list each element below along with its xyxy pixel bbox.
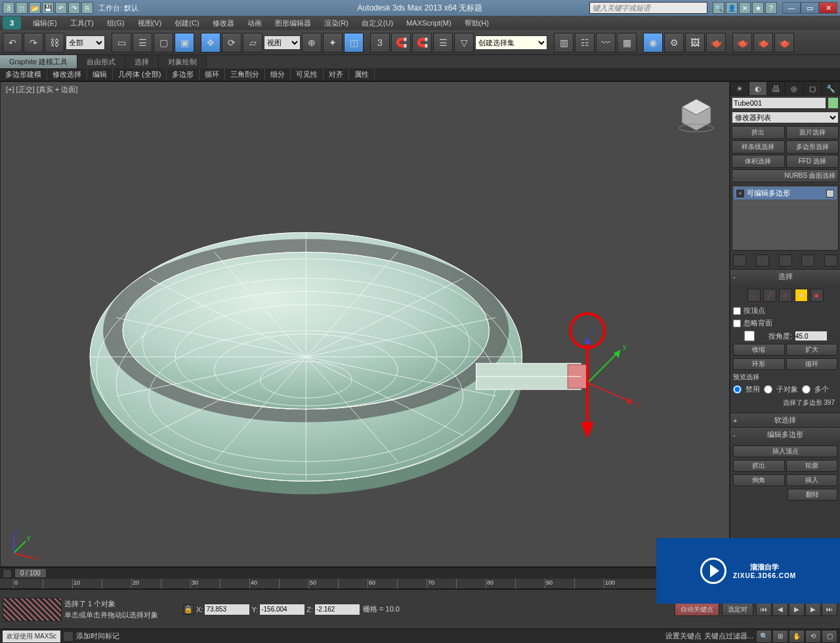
rollout-editpoly-header[interactable]: -编辑多边形 xyxy=(730,428,840,442)
tab-hierarchy[interactable]: 品 xyxy=(767,81,786,96)
object-name-field[interactable] xyxy=(732,97,826,109)
modifier-list[interactable]: 修改器列表 xyxy=(732,112,839,123)
selected-only-button[interactable]: 选定对 xyxy=(722,603,753,616)
workspace-selector[interactable]: 工作台: 默认 xyxy=(98,3,138,13)
listener-icon[interactable] xyxy=(63,631,74,642)
time-config-icon[interactable] xyxy=(3,569,12,578)
select-name-button[interactable]: ☰ xyxy=(133,33,152,52)
select-object-button[interactable]: ▭ xyxy=(112,33,131,52)
tab-display[interactable]: ▢ xyxy=(803,81,822,96)
snap-button[interactable]: ◫ xyxy=(344,33,364,52)
panel-edit[interactable]: 编辑 xyxy=(87,68,113,81)
maximize-button[interactable]: ▭ xyxy=(801,2,819,14)
by-angle-checkbox[interactable] xyxy=(733,331,766,341)
show-end-result-button[interactable] xyxy=(756,255,769,266)
spinner-snap-button[interactable]: 🧲 xyxy=(412,33,432,52)
set-key-button[interactable]: 设置关键点 xyxy=(665,631,702,641)
btn-spline-select[interactable]: 样条线选择 xyxy=(732,140,785,154)
open-icon[interactable]: 📂 xyxy=(29,2,41,14)
panel-modifysel[interactable]: 修改选择 xyxy=(47,68,87,81)
pan-button[interactable]: ✋ xyxy=(789,630,805,643)
stack-item-editable-poly[interactable]: + 可编辑多边形 xyxy=(734,187,837,199)
panel-polymodel[interactable]: 多边形建模 xyxy=(0,68,47,81)
rollout-softselection-header[interactable]: +软选择 xyxy=(730,413,840,427)
render-button[interactable]: 🫖 xyxy=(706,33,726,52)
subobj-element[interactable]: ▣ xyxy=(810,289,824,302)
render-active-button[interactable]: 🫖 xyxy=(774,33,794,52)
app-icon[interactable]: 3 xyxy=(3,2,14,14)
tab-graphite[interactable]: Graphite 建模工具 xyxy=(0,55,77,68)
inset-button[interactable]: 插入 xyxy=(786,474,838,486)
loop-button[interactable]: 循环 xyxy=(786,358,838,370)
app-logo[interactable]: 3 xyxy=(3,16,21,30)
goto-end-button[interactable]: ⏭ xyxy=(822,603,837,616)
auto-key-button[interactable]: 自动关键点 xyxy=(675,603,719,616)
maxscript-listener[interactable]: 欢迎使用 MAXSc xyxy=(3,631,60,642)
timeline-selection-handle[interactable] xyxy=(3,598,62,621)
menu-animation[interactable]: 动画 xyxy=(241,18,268,28)
panel-subdiv[interactable]: 细分 xyxy=(265,68,291,81)
remove-modifier-button[interactable] xyxy=(801,255,814,266)
signin-icon[interactable]: 👤 xyxy=(726,2,738,14)
subobj-edge[interactable]: ╱ xyxy=(763,289,776,302)
tab-modify[interactable]: ◐ xyxy=(749,81,767,96)
next-frame-button[interactable]: ▶ xyxy=(805,603,821,616)
tab-utilities[interactable]: 🔧 xyxy=(822,81,840,96)
btn-nurbs-select[interactable]: NURBS 曲面选择 xyxy=(732,169,839,182)
redo-button[interactable]: ↷ xyxy=(24,33,43,52)
search-icon[interactable]: 🔍 xyxy=(713,2,724,14)
x-coord-input[interactable] xyxy=(204,604,250,615)
menu-maxscript[interactable]: MAXScript(M) xyxy=(400,19,457,27)
render-prod-button[interactable]: 🫖 xyxy=(732,33,752,52)
grow-button[interactable]: 扩大 xyxy=(786,344,838,356)
configure-sets-button[interactable] xyxy=(824,255,837,266)
stack-toggle-icon[interactable] xyxy=(826,190,834,197)
panel-tris[interactable]: 三角剖分 xyxy=(225,68,265,81)
outline-button[interactable]: 轮廓 xyxy=(786,460,838,472)
btn-patch-select[interactable]: 面片选择 xyxy=(786,126,839,139)
panel-geometry[interactable]: 几何体 (全部) xyxy=(113,68,167,81)
bevel-button[interactable]: 倒角 xyxy=(733,474,785,486)
add-time-tag[interactable]: 添加时间标记 xyxy=(76,631,119,641)
mirror-button[interactable]: ▽ xyxy=(454,33,474,52)
named-selection-sets[interactable]: 创建选择集 xyxy=(475,35,547,50)
z-coord-input[interactable] xyxy=(314,604,360,615)
pin-stack-button[interactable] xyxy=(733,255,746,266)
preview-subobj-radio[interactable] xyxy=(764,385,772,394)
window-crossing-button[interactable]: ▣ xyxy=(175,33,194,52)
schematic-button[interactable]: ▦ xyxy=(617,33,637,52)
rendered-frame-button[interactable]: 🖼 xyxy=(685,33,705,52)
menu-rendering[interactable]: 渲染(R) xyxy=(318,18,355,28)
tab-selection[interactable]: 选择 xyxy=(125,55,159,68)
y-coord-input[interactable] xyxy=(259,604,305,615)
prev-frame-button[interactable]: ◀ xyxy=(772,603,788,616)
edit-named-sets-button[interactable]: ☰ xyxy=(433,33,453,52)
exchange-icon[interactable]: ✕ xyxy=(739,2,751,14)
manipulate-button[interactable]: ✦ xyxy=(323,33,343,52)
close-button[interactable]: ✕ xyxy=(819,2,837,14)
select-region-button[interactable]: ▢ xyxy=(154,33,173,52)
flip-button[interactable]: 翻转 xyxy=(788,489,837,501)
panel-polygons[interactable]: 多边形 xyxy=(167,68,200,81)
zoom-button[interactable]: 🔍 xyxy=(756,630,772,643)
redo-icon[interactable]: ↷ xyxy=(68,2,80,14)
viewport[interactable]: [+] [正交] [真实 + 边面] xyxy=(0,81,730,567)
btn-extrude[interactable]: 挤出 xyxy=(732,126,785,139)
menu-views[interactable]: 视图(V) xyxy=(131,18,169,28)
shrink-button[interactable]: 收缩 xyxy=(733,344,785,356)
align-button[interactable]: ▥ xyxy=(554,33,574,52)
menu-grapheditors[interactable]: 图形编辑器 xyxy=(268,18,318,28)
object-color-swatch[interactable] xyxy=(828,97,839,109)
angle-snap-button[interactable]: 3 xyxy=(370,33,390,52)
tab-paint[interactable]: 对象绘制 xyxy=(159,55,207,68)
zoom-all-button[interactable]: ⊞ xyxy=(772,630,788,643)
rollout-selection-header[interactable]: -选择 xyxy=(730,270,840,283)
max-toggle-button[interactable]: ▢ xyxy=(822,630,837,643)
render-iter-button[interactable]: 🫖 xyxy=(753,33,773,52)
tab-freeform[interactable]: 自由形式 xyxy=(77,55,125,68)
menu-edit[interactable]: 编辑(E) xyxy=(26,18,64,28)
subobj-border[interactable]: ◇ xyxy=(779,289,792,302)
ignore-backfacing-checkbox[interactable] xyxy=(733,320,741,327)
menu-group[interactable]: 组(G) xyxy=(100,18,131,28)
subobj-vertex[interactable]: ∴ xyxy=(747,289,761,302)
